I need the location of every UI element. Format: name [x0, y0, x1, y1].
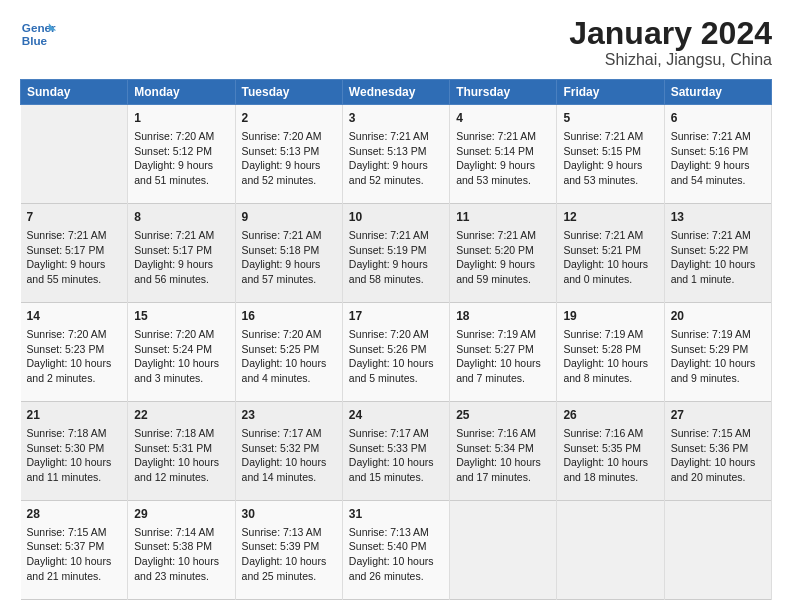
daylight-text: Daylight: 10 hours and 2 minutes.: [27, 356, 122, 385]
day-number: 11: [456, 209, 550, 226]
sunrise-text: Sunrise: 7:19 AM: [456, 327, 550, 342]
daylight-text: Daylight: 9 hours and 53 minutes.: [456, 158, 550, 187]
calendar-cell: [21, 105, 128, 204]
calendar-cell: 10Sunrise: 7:21 AMSunset: 5:19 PMDayligh…: [342, 204, 449, 303]
sunset-text: Sunset: 5:27 PM: [456, 342, 550, 357]
calendar-cell: 20Sunrise: 7:19 AMSunset: 5:29 PMDayligh…: [664, 303, 771, 402]
sunset-text: Sunset: 5:14 PM: [456, 144, 550, 159]
daylight-text: Daylight: 10 hours and 23 minutes.: [134, 554, 228, 583]
day-number: 1: [134, 110, 228, 127]
daylight-text: Daylight: 10 hours and 15 minutes.: [349, 455, 443, 484]
daylight-text: Daylight: 10 hours and 21 minutes.: [27, 554, 122, 583]
calendar-cell: 7Sunrise: 7:21 AMSunset: 5:17 PMDaylight…: [21, 204, 128, 303]
sunset-text: Sunset: 5:16 PM: [671, 144, 765, 159]
sunrise-text: Sunrise: 7:20 AM: [242, 327, 336, 342]
sunset-text: Sunset: 5:15 PM: [563, 144, 657, 159]
day-number: 29: [134, 506, 228, 523]
sunrise-text: Sunrise: 7:19 AM: [563, 327, 657, 342]
day-number: 9: [242, 209, 336, 226]
sunrise-text: Sunrise: 7:16 AM: [456, 426, 550, 441]
calendar-cell: 23Sunrise: 7:17 AMSunset: 5:32 PMDayligh…: [235, 402, 342, 501]
daylight-text: Daylight: 10 hours and 11 minutes.: [27, 455, 122, 484]
sunset-text: Sunset: 5:12 PM: [134, 144, 228, 159]
sunrise-text: Sunrise: 7:21 AM: [242, 228, 336, 243]
sunrise-text: Sunrise: 7:14 AM: [134, 525, 228, 540]
calendar-week-row: 28Sunrise: 7:15 AMSunset: 5:37 PMDayligh…: [21, 501, 772, 600]
calendar-week-row: 1Sunrise: 7:20 AMSunset: 5:12 PMDaylight…: [21, 105, 772, 204]
calendar-cell: 1Sunrise: 7:20 AMSunset: 5:12 PMDaylight…: [128, 105, 235, 204]
calendar-week-row: 21Sunrise: 7:18 AMSunset: 5:30 PMDayligh…: [21, 402, 772, 501]
sunset-text: Sunset: 5:31 PM: [134, 441, 228, 456]
sunset-text: Sunset: 5:38 PM: [134, 539, 228, 554]
day-number: 13: [671, 209, 765, 226]
day-number: 28: [27, 506, 122, 523]
calendar-cell: 24Sunrise: 7:17 AMSunset: 5:33 PMDayligh…: [342, 402, 449, 501]
svg-text:Blue: Blue: [22, 34, 48, 47]
daylight-text: Daylight: 10 hours and 18 minutes.: [563, 455, 657, 484]
sunset-text: Sunset: 5:40 PM: [349, 539, 443, 554]
calendar-cell: 21Sunrise: 7:18 AMSunset: 5:30 PMDayligh…: [21, 402, 128, 501]
day-number: 20: [671, 308, 765, 325]
sunrise-text: Sunrise: 7:18 AM: [27, 426, 122, 441]
calendar-cell: 17Sunrise: 7:20 AMSunset: 5:26 PMDayligh…: [342, 303, 449, 402]
header-monday: Monday: [128, 80, 235, 105]
sunrise-text: Sunrise: 7:17 AM: [349, 426, 443, 441]
calendar-cell: 12Sunrise: 7:21 AMSunset: 5:21 PMDayligh…: [557, 204, 664, 303]
daylight-text: Daylight: 9 hours and 52 minutes.: [242, 158, 336, 187]
day-number: 14: [27, 308, 122, 325]
sunrise-text: Sunrise: 7:21 AM: [456, 228, 550, 243]
sunset-text: Sunset: 5:20 PM: [456, 243, 550, 258]
daylight-text: Daylight: 10 hours and 25 minutes.: [242, 554, 336, 583]
calendar-cell: [450, 501, 557, 600]
day-number: 21: [27, 407, 122, 424]
calendar-cell: 31Sunrise: 7:13 AMSunset: 5:40 PMDayligh…: [342, 501, 449, 600]
day-number: 5: [563, 110, 657, 127]
daylight-text: Daylight: 9 hours and 59 minutes.: [456, 257, 550, 286]
calendar-page: General Blue January 2024 Shizhai, Jiang…: [0, 0, 792, 612]
sunset-text: Sunset: 5:26 PM: [349, 342, 443, 357]
sunset-text: Sunset: 5:28 PM: [563, 342, 657, 357]
calendar-cell: 2Sunrise: 7:20 AMSunset: 5:13 PMDaylight…: [235, 105, 342, 204]
sunset-text: Sunset: 5:39 PM: [242, 539, 336, 554]
daylight-text: Daylight: 9 hours and 57 minutes.: [242, 257, 336, 286]
day-number: 6: [671, 110, 765, 127]
sunrise-text: Sunrise: 7:21 AM: [671, 228, 765, 243]
sunset-text: Sunset: 5:13 PM: [349, 144, 443, 159]
day-number: 23: [242, 407, 336, 424]
calendar-cell: 28Sunrise: 7:15 AMSunset: 5:37 PMDayligh…: [21, 501, 128, 600]
day-number: 17: [349, 308, 443, 325]
daylight-text: Daylight: 9 hours and 58 minutes.: [349, 257, 443, 286]
sunset-text: Sunset: 5:21 PM: [563, 243, 657, 258]
calendar-title: January 2024: [569, 16, 772, 51]
sunrise-text: Sunrise: 7:15 AM: [671, 426, 765, 441]
sunset-text: Sunset: 5:13 PM: [242, 144, 336, 159]
daylight-text: Daylight: 9 hours and 53 minutes.: [563, 158, 657, 187]
sunrise-text: Sunrise: 7:20 AM: [134, 327, 228, 342]
header: General Blue January 2024 Shizhai, Jiang…: [20, 16, 772, 69]
daylight-text: Daylight: 10 hours and 20 minutes.: [671, 455, 765, 484]
calendar-cell: 16Sunrise: 7:20 AMSunset: 5:25 PMDayligh…: [235, 303, 342, 402]
calendar-subtitle: Shizhai, Jiangsu, China: [569, 51, 772, 69]
sunrise-text: Sunrise: 7:21 AM: [27, 228, 122, 243]
sunrise-text: Sunrise: 7:15 AM: [27, 525, 122, 540]
daylight-text: Daylight: 10 hours and 1 minute.: [671, 257, 765, 286]
calendar-cell: 6Sunrise: 7:21 AMSunset: 5:16 PMDaylight…: [664, 105, 771, 204]
sunrise-text: Sunrise: 7:20 AM: [242, 129, 336, 144]
calendar-header-row: SundayMondayTuesdayWednesdayThursdayFrid…: [21, 80, 772, 105]
calendar-cell: 8Sunrise: 7:21 AMSunset: 5:17 PMDaylight…: [128, 204, 235, 303]
header-thursday: Thursday: [450, 80, 557, 105]
calendar-cell: 15Sunrise: 7:20 AMSunset: 5:24 PMDayligh…: [128, 303, 235, 402]
sunrise-text: Sunrise: 7:13 AM: [242, 525, 336, 540]
calendar-week-row: 7Sunrise: 7:21 AMSunset: 5:17 PMDaylight…: [21, 204, 772, 303]
day-number: 16: [242, 308, 336, 325]
sunrise-text: Sunrise: 7:21 AM: [349, 228, 443, 243]
day-number: 3: [349, 110, 443, 127]
calendar-table: SundayMondayTuesdayWednesdayThursdayFrid…: [20, 79, 772, 600]
daylight-text: Daylight: 9 hours and 51 minutes.: [134, 158, 228, 187]
sunset-text: Sunset: 5:37 PM: [27, 539, 122, 554]
calendar-cell: 18Sunrise: 7:19 AMSunset: 5:27 PMDayligh…: [450, 303, 557, 402]
logo: General Blue: [20, 16, 56, 52]
calendar-cell: 25Sunrise: 7:16 AMSunset: 5:34 PMDayligh…: [450, 402, 557, 501]
sunrise-text: Sunrise: 7:19 AM: [671, 327, 765, 342]
sunrise-text: Sunrise: 7:21 AM: [563, 228, 657, 243]
